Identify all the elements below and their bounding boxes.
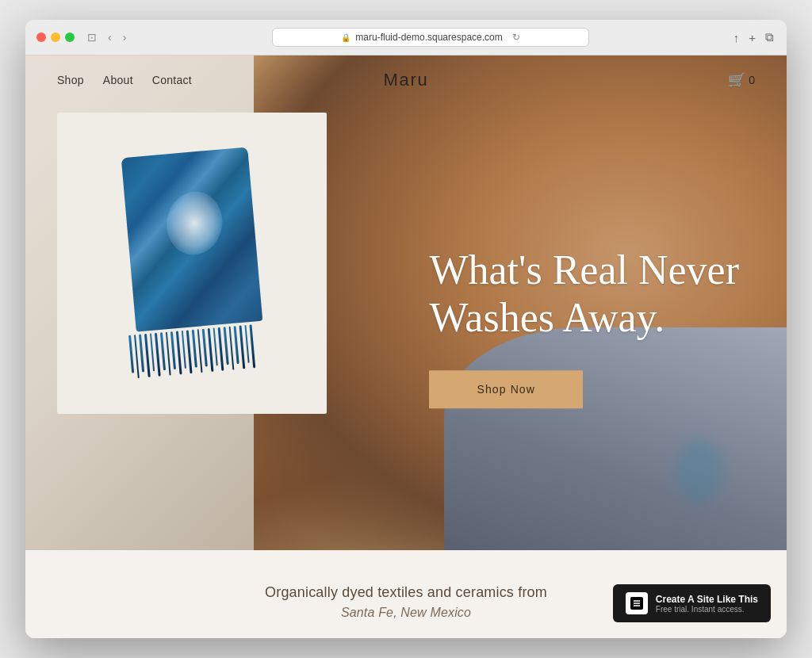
fringe-strand	[134, 335, 140, 378]
hero-text-block: What's Real Never Washes Away. Shop Now	[429, 247, 739, 408]
minimize-button[interactable]	[51, 33, 60, 42]
fringe-strand	[239, 325, 245, 369]
maximize-button[interactable]	[65, 33, 75, 42]
scarf-white-patch	[162, 187, 228, 259]
hero-headline: What's Real Never Washes Away.	[429, 247, 739, 342]
browser-controls: ⊡ ‹ ›	[84, 29, 129, 45]
url-text: maru-fluid-demo.squarespace.com	[355, 32, 502, 43]
fringe-strand	[192, 330, 197, 368]
share-button[interactable]: ↑	[732, 29, 741, 46]
address-bar[interactable]: 🔒 maru-fluid-demo.squarespace.com ↻	[272, 28, 589, 47]
navigation: Shop About Contact Maru 🛒 0	[25, 55, 787, 105]
fringe-strand	[208, 328, 213, 372]
browser-window: ⊡ ‹ › 🔒 maru-fluid-demo.squarespace.com …	[25, 20, 787, 638]
lock-icon: 🔒	[341, 33, 350, 42]
cart-area[interactable]: 🛒 0	[728, 71, 755, 89]
close-button[interactable]	[36, 33, 46, 42]
browser-actions: ↑ + ⧉	[732, 29, 776, 46]
address-bar-wrapper: 🔒 maru-fluid-demo.squarespace.com ↻	[139, 28, 722, 47]
scarf-body	[121, 147, 263, 331]
hero-content: What's Real Never Washes Away. Shop Now	[25, 105, 787, 550]
fringe-strand	[139, 335, 144, 373]
fringe-strand	[166, 332, 171, 376]
site-logo[interactable]: Maru	[383, 70, 428, 90]
traffic-lights	[36, 33, 75, 42]
fringe-strand	[128, 335, 134, 373]
fringe-strand	[160, 332, 166, 370]
squarespace-icon	[626, 592, 648, 614]
below-fold-section: Organically dyed textiles and ceramics f…	[25, 550, 787, 638]
fringe-strand	[197, 329, 202, 373]
fringe-strand	[234, 326, 239, 364]
fringe-strand	[224, 327, 229, 365]
textile-visual	[113, 152, 271, 374]
fringe-strand	[176, 331, 182, 374]
badge-subtitle: Free trial. Instant access.	[656, 605, 758, 614]
reload-icon[interactable]: ↻	[512, 32, 520, 43]
nav-shop-link[interactable]: Shop	[57, 74, 84, 86]
fringe-strand	[170, 331, 176, 369]
nav-contact-link[interactable]: Contact	[152, 74, 192, 86]
shop-now-button[interactable]: Shop Now	[429, 370, 583, 408]
back-button[interactable]: ‹	[105, 29, 115, 45]
badge-text-block: Create A Site Like This Free trial. Inst…	[656, 594, 758, 614]
sidebar-toggle-button[interactable]: ⊡	[84, 29, 100, 45]
fringe-strand	[155, 333, 160, 377]
hero-headline-line2: Washes Away.	[429, 295, 665, 340]
fringe-strand	[244, 325, 250, 363]
fringe-strand	[202, 329, 208, 367]
fringe-strand	[186, 330, 192, 373]
fringe-strand	[228, 327, 234, 370]
hero-headline-line1: What's Real Never	[429, 247, 739, 293]
product-card	[57, 113, 327, 414]
cart-count: 0	[749, 74, 755, 86]
fringe-strand	[144, 334, 150, 377]
browser-chrome: ⊡ ‹ › 🔒 maru-fluid-demo.squarespace.com …	[25, 20, 787, 55]
fringe-strand	[250, 324, 255, 368]
hero-section: Shop About Contact Maru 🛒 0	[25, 55, 787, 550]
forward-button[interactable]: ›	[120, 29, 130, 45]
fringe-strand	[213, 327, 218, 365]
fringe-strand	[150, 333, 155, 371]
fringe-strand	[181, 331, 186, 369]
create-site-badge[interactable]: Create A Site Like This Free trial. Inst…	[613, 584, 771, 622]
scarf-fringe	[128, 321, 256, 379]
nav-about-link[interactable]: About	[103, 74, 133, 86]
nav-left: Shop About Contact	[57, 74, 192, 86]
website: Shop About Contact Maru 🛒 0	[25, 55, 787, 638]
cart-icon: 🛒	[728, 71, 745, 89]
windows-button[interactable]: ⧉	[764, 29, 776, 46]
badge-title: Create A Site Like This	[656, 594, 758, 605]
fringe-strand	[218, 327, 224, 371]
new-tab-button[interactable]: +	[747, 29, 757, 46]
